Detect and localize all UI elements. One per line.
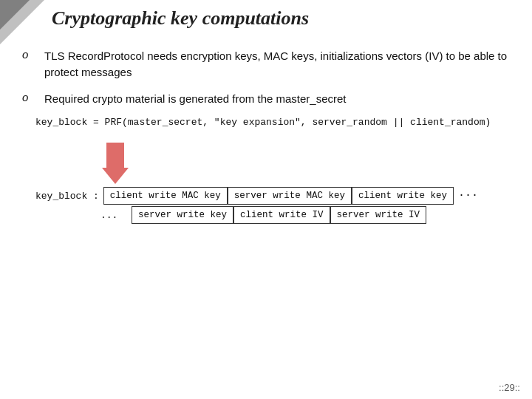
key-box-server-write-iv: server write IV	[330, 206, 427, 224]
key-diagram: key_block : client write MAC key server …	[35, 143, 517, 224]
key-box-server-write-key: server write key	[132, 206, 233, 224]
row2-boxes: server write key client write IV server …	[132, 206, 426, 224]
bullet-text-1: TLS RecordProtocol needs encryption keys…	[44, 48, 517, 81]
key-box-client-write-iv: client write IV	[233, 206, 330, 224]
key-box-client-write-key: client write key	[352, 187, 454, 205]
row1-boxes: client write MAC key server write MAC ke…	[103, 187, 478, 205]
page-number: ::29::	[499, 382, 520, 393]
row1-dots: ...	[458, 187, 478, 205]
diagram-row1: key_block : client write MAC key server …	[35, 187, 517, 205]
bullet-item-2: o Required crypto material is generated …	[22, 91, 517, 107]
bullet-marker-2: o	[22, 91, 33, 103]
diagram-row2: ... server write key client write IV ser…	[35, 206, 517, 224]
bullet-text-2: Required crypto material is generated fr…	[44, 91, 347, 107]
key-box-server-write-mac: server write MAC key	[228, 187, 352, 205]
content-area: o TLS RecordProtocol needs encryption ke…	[22, 48, 517, 369]
arrow-down-icon	[102, 143, 129, 184]
bullet-marker-1: o	[22, 48, 33, 61]
row2-spacer	[35, 210, 96, 221]
bullet-item-1: o TLS RecordProtocol needs encryption ke…	[22, 48, 517, 81]
row2-label: ...	[100, 210, 127, 221]
key-box-client-write-mac: client write MAC key	[103, 187, 228, 205]
code-line: key_block = PRF(master_secret, "key expa…	[35, 117, 517, 128]
page-title: Cryptographic key computations	[52, 7, 525, 30]
row1-label: key_block :	[35, 191, 99, 202]
